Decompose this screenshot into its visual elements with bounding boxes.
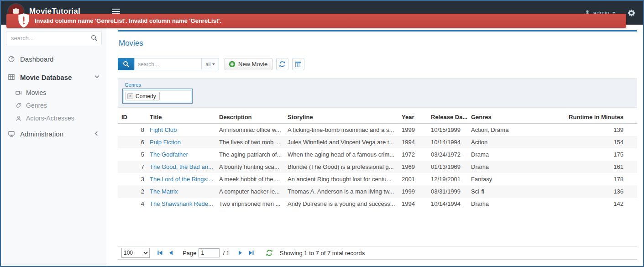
first-page-button[interactable] <box>155 248 165 258</box>
chevron-left-icon <box>95 131 99 136</box>
cell-description: A meek hobbit of the ... <box>216 173 285 185</box>
cell-year: 1999 <box>399 185 428 198</box>
prev-page-icon <box>168 250 174 256</box>
pager-bar: 100 Page / 1 <box>118 246 637 260</box>
cell-year: 2001 <box>399 173 428 185</box>
table-row[interactable]: 5 The Godfather The aging patriarch of..… <box>118 148 637 161</box>
actors-icon <box>15 115 22 122</box>
sidebar-item-label: Dashboard <box>20 55 53 63</box>
app-window: MovieTutorial admin Invalid column name … <box>0 0 644 267</box>
error-alert: Invalid column name 'GenreList'. Invalid… <box>6 14 626 28</box>
table-row[interactable]: 7 The Good, the Bad an... A bounty hunti… <box>118 161 637 173</box>
page-count-label: / 1 <box>223 250 229 257</box>
cell-description: A computer hacker le... <box>216 185 285 198</box>
search-icon <box>123 61 130 68</box>
sidebar: Dashboard Movie Database Movies Genres <box>1 25 107 266</box>
column-header-storyline[interactable]: Storyline <box>285 110 399 123</box>
cell-description: An insomniac office w... <box>216 124 285 136</box>
sidebar-item-actors-actresses[interactable]: Actors-Actresses <box>1 112 107 125</box>
sidebar-item-movie-database[interactable]: Movie Database <box>1 68 107 86</box>
cell-description: The aging patriarch of... <box>216 148 285 161</box>
chip-label: Comedy <box>136 93 156 99</box>
cell-genres: Sci-fi <box>468 185 538 198</box>
column-header-runtime[interactable]: Runtime in Minutes <box>538 110 637 123</box>
cell-storyline: Blondie (The Good) is a professional g..… <box>285 161 399 173</box>
movie-title-link[interactable]: The Good, the Bad an... <box>147 161 216 173</box>
cell-release-date: 03/24/1972 <box>428 148 468 161</box>
column-header-id[interactable]: ID <box>118 110 147 123</box>
search-icon[interactable] <box>91 35 98 42</box>
grid-header-row: ID Title Description Storyline Year Rele… <box>118 110 637 124</box>
movie-title-link[interactable]: The Matrix <box>147 185 216 198</box>
column-header-title[interactable]: Title <box>147 110 216 123</box>
table-row[interactable]: 3 The Lord of the Rings:... A meek hobbi… <box>118 173 637 185</box>
movie-title-link[interactable]: Fight Club <box>147 124 216 136</box>
cell-genres: Action <box>468 136 538 148</box>
cell-description: Two imprisoned men ... <box>216 198 285 210</box>
table-row[interactable]: 8 Fight Club An insomniac office w... A … <box>118 124 637 136</box>
caret-down-icon <box>212 63 215 65</box>
new-movie-icon <box>229 61 236 68</box>
movies-grid: ID Title Description Storyline Year Rele… <box>118 110 637 210</box>
chip-remove-icon[interactable]: × <box>127 93 133 99</box>
cell-runtime: 178 <box>538 173 637 185</box>
cell-release-date: 12/19/2001 <box>428 173 468 185</box>
sidebar-item-movies[interactable]: Movies <box>1 86 107 99</box>
column-header-year[interactable]: Year <box>399 110 428 123</box>
sidebar-search-input[interactable] <box>6 31 102 45</box>
genres-icon <box>15 102 22 109</box>
sidebar-nav: Dashboard Movie Database Movies Genres <box>1 50 107 143</box>
cell-id: 5 <box>118 148 147 161</box>
cell-genres: Drama <box>468 161 538 173</box>
cell-release-date: 10/14/1994 <box>428 136 468 148</box>
cell-storyline: When the aging head of a famous crim... <box>285 148 399 161</box>
sidebar-item-label: Movie Database <box>20 73 72 81</box>
gears-icon <box>628 9 635 17</box>
prev-page-button[interactable] <box>166 248 176 258</box>
sidebar-search <box>6 31 102 45</box>
pager-refresh-button[interactable] <box>264 248 274 258</box>
chevron-down-icon <box>95 74 99 79</box>
cell-storyline: Jules Winnfield and Vincent Vega are t..… <box>285 136 399 148</box>
movie-title-link[interactable]: The Godfather <box>147 148 216 161</box>
administration-icon <box>7 130 15 137</box>
filter-label-genres: Genres <box>125 82 631 88</box>
table-row[interactable]: 2 The Matrix A computer hacker le... Tho… <box>118 185 637 198</box>
genres-filter-editor[interactable]: × Comedy <box>124 90 191 102</box>
dashboard-icon <box>7 55 15 63</box>
column-picker-button[interactable] <box>292 58 304 70</box>
next-page-button[interactable] <box>235 248 245 258</box>
cell-storyline: A ticking-time-bomb insomniac and a s... <box>285 124 399 136</box>
cell-description: The lives of two mob ... <box>216 136 285 148</box>
column-header-genres[interactable]: Genres <box>468 110 538 123</box>
sidebar-item-administration[interactable]: Administration <box>1 125 107 143</box>
cell-year: 1994 <box>399 136 428 148</box>
table-row[interactable]: 4 The Shawshank Rede... Two imprisoned m… <box>118 198 637 210</box>
quick-search-button[interactable] <box>118 58 134 70</box>
sidebar-item-dashboard[interactable]: Dashboard <box>1 50 107 68</box>
page-size-select[interactable]: 100 <box>121 248 150 258</box>
cell-genres: Action, Drama <box>468 124 538 136</box>
refresh-icon <box>279 61 286 68</box>
column-header-release-date[interactable]: Release Da... <box>428 110 468 123</box>
refresh-button[interactable] <box>276 58 288 70</box>
search-scope-dropdown[interactable]: all <box>201 58 219 70</box>
page-number-input[interactable] <box>199 248 220 257</box>
cell-id: 3 <box>118 173 147 185</box>
movies-panel: Movies all <box>118 30 637 266</box>
quick-search-input[interactable] <box>135 58 201 70</box>
sidebar-item-genres[interactable]: Genres <box>1 99 107 112</box>
column-header-description[interactable]: Description <box>216 110 285 123</box>
movie-title-link[interactable]: Pulp Fiction <box>147 136 216 148</box>
filter-panel: Genres × Comedy <box>118 78 637 108</box>
record-count-status: Showing 1 to 7 of 7 total records <box>280 250 365 257</box>
table-row[interactable]: 6 Pulp Fiction The lives of two mob ... … <box>118 136 637 148</box>
cell-year: 1969 <box>399 161 428 173</box>
new-movie-button[interactable]: New Movie <box>225 58 272 70</box>
movie-title-link[interactable]: The Shawshank Rede... <box>147 198 216 210</box>
last-page-button[interactable] <box>246 248 256 258</box>
cell-id: 2 <box>118 185 147 198</box>
movie-title-link[interactable]: The Lord of the Rings:... <box>147 173 216 185</box>
page-title: Movies <box>119 39 637 48</box>
new-movie-label: New Movie <box>238 61 267 68</box>
